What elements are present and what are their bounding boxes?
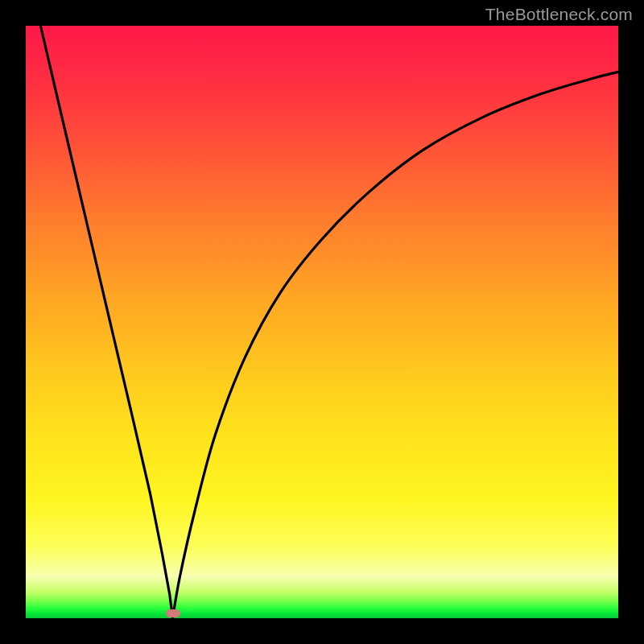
watermark-text: TheBottleneck.com bbox=[485, 5, 633, 24]
chart-frame: TheBottleneck.com bbox=[0, 0, 644, 644]
plot-area bbox=[26, 26, 618, 618]
bottleneck-curve bbox=[26, 26, 618, 618]
curve-path bbox=[40, 26, 618, 618]
optimum-marker bbox=[166, 609, 180, 617]
